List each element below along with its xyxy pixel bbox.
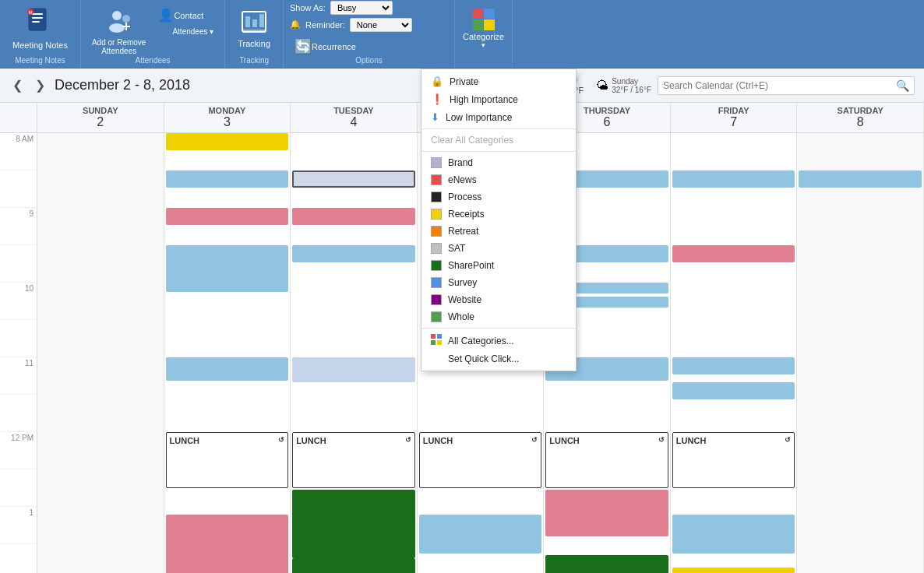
categorize-button[interactable]: Categorize ▾ — [455, 0, 513, 68]
day-col-saturday[interactable] — [797, 133, 924, 573]
event-friday-lunch[interactable]: LUNCH ↺ — [672, 432, 795, 488]
dropdown-website[interactable]: Website — [421, 291, 576, 308]
day-name-friday: FRIDAY — [718, 106, 749, 115]
event-monday-5[interactable] — [166, 357, 289, 381]
dropdown-high-importance[interactable]: ❗ High Importance — [421, 90, 576, 108]
day-col-monday[interactable]: LUNCH ↺ — [164, 133, 291, 573]
event-friday-5[interactable] — [672, 515, 795, 554]
event-tuesday-3[interactable] — [292, 245, 415, 262]
event-wednesday-1[interactable] — [419, 515, 542, 554]
dropdown-sat[interactable]: SAT — [421, 240, 576, 257]
event-friday-1[interactable] — [672, 170, 795, 188]
event-tuesday-6[interactable] — [292, 558, 415, 573]
retreat-color — [431, 226, 442, 237]
svg-rect-13 — [245, 16, 250, 27]
event-monday-2[interactable] — [166, 170, 289, 188]
private-label: Private — [450, 76, 478, 87]
receipts-color — [431, 209, 442, 220]
sharepoint-color — [431, 260, 442, 271]
event-friday-4[interactable] — [672, 382, 795, 399]
brand-label: Brand — [448, 157, 473, 168]
tracking-button[interactable]: Tracking — [231, 5, 277, 51]
event-friday-6[interactable] — [672, 568, 795, 573]
show-as-row: Show As: Busy Free Tentative Out of Offi… — [290, 1, 393, 15]
event-monday-6[interactable] — [166, 515, 289, 573]
event-tuesday-2[interactable] — [292, 208, 415, 225]
event-thursday-7[interactable] — [545, 555, 668, 573]
dropdown-survey[interactable]: Survey — [421, 274, 576, 291]
time-1130 — [0, 395, 37, 432]
add-remove-attendees-button[interactable]: Add or Remove Attendees — [87, 3, 150, 60]
event-monday-4[interactable] — [166, 245, 289, 292]
event-tuesday-lunch[interactable]: LUNCH ↺ — [292, 432, 415, 488]
lock-icon: 🔒 — [431, 76, 443, 87]
show-as-select[interactable]: Busy Free Tentative Out of Office — [330, 1, 393, 15]
brand-color — [431, 157, 442, 168]
all-categories-grid-icon — [431, 334, 442, 347]
sat-label: SAT — [448, 243, 465, 254]
event-tuesday-5[interactable] — [292, 490, 415, 558]
dropdown-brand[interactable]: Brand — [421, 154, 576, 171]
svg-rect-17 — [431, 334, 436, 339]
weather-sunday-temp: 32°F / 16°F — [612, 86, 651, 94]
time-10am: 10 — [0, 283, 37, 320]
all-categories-label: All Categories... — [448, 336, 514, 346]
time-12pm: 12 PM — [0, 432, 37, 469]
event-monday-3[interactable] — [166, 208, 289, 225]
calendar-search-box[interactable]: 🔍 — [658, 76, 915, 95]
search-icon[interactable]: 🔍 — [896, 79, 909, 92]
dropdown-clear-all: Clear All Categories — [421, 132, 576, 149]
day-num-sunday: 2 — [44, 115, 157, 129]
event-monday-lunch[interactable]: LUNCH ↺ — [166, 432, 289, 488]
search-input[interactable] — [663, 80, 896, 91]
day-num-monday: 3 — [171, 115, 284, 129]
dropdown-receipts[interactable]: Receipts — [421, 206, 576, 223]
attendees-group-label: Attendees — [81, 54, 224, 65]
enews-label: eNews — [448, 174, 477, 185]
time-8am: 8 AM — [0, 133, 37, 170]
dropdown-retreat[interactable]: Retreat — [421, 223, 576, 240]
dropdown-all-categories[interactable]: All Categories... — [421, 331, 576, 350]
dropdown-process[interactable]: Process — [421, 188, 576, 206]
contact-attendees-button[interactable]: 👤 Contact — [153, 6, 218, 24]
event-saturday-1[interactable] — [799, 170, 922, 188]
time-header-spacer — [0, 103, 37, 132]
meeting-notes-button[interactable]: N Meeting Notes — [6, 4, 74, 53]
dropdown-whole[interactable]: Whole — [421, 308, 576, 325]
event-wednesday-lunch[interactable]: LUNCH ↺ — [419, 432, 542, 488]
reminder-select[interactable]: None 5 minutes 15 minutes 30 minutes — [350, 18, 412, 32]
day-name-saturday: SATURDAY — [838, 106, 883, 115]
dropdown-low-importance[interactable]: ⬇ Low Importance — [421, 108, 576, 126]
event-thursday-lunch[interactable]: LUNCH ↺ — [545, 432, 668, 488]
event-friday-2[interactable] — [672, 245, 795, 262]
day-col-friday[interactable]: LUNCH ↺ — [671, 133, 798, 573]
recurrence-button[interactable]: 🔄 Recurrence — [290, 37, 361, 57]
ribbon-group-meeting-notes: N Meeting Notes Meeting Notes — [0, 0, 81, 68]
event-tuesday-4[interactable] — [292, 357, 415, 382]
dropdown-sharepoint[interactable]: SharePoint — [421, 257, 576, 274]
svg-rect-3 — [32, 17, 43, 19]
svg-rect-14 — [252, 19, 257, 27]
dropdown-enews[interactable]: eNews — [421, 171, 576, 188]
weather-sunday-box: 🌤 Sunday 32°F / 16°F — [596, 77, 651, 94]
svg-rect-15 — [259, 14, 264, 27]
categorize-dropdown-menu: 🔒 Private ❗ High Importance ⬇ Low Import… — [421, 69, 577, 371]
event-tuesday-1[interactable] — [292, 170, 415, 188]
tracking-label: Tracking — [238, 39, 270, 48]
event-friday-3[interactable] — [672, 357, 795, 374]
event-thursday-6[interactable] — [545, 490, 668, 536]
event-monday-1[interactable] — [166, 133, 289, 150]
prev-week-button[interactable]: ❮ — [9, 76, 26, 94]
dropdown-private[interactable]: 🔒 Private — [421, 72, 576, 90]
time-130 — [0, 544, 37, 573]
day-col-tuesday[interactable]: LUNCH ↺ — [291, 133, 418, 573]
svg-rect-20 — [437, 340, 442, 345]
contact-attendees-sub[interactable]: Attendees ▾ — [153, 26, 218, 37]
dropdown-set-quick-click[interactable]: Set Quick Click... — [421, 350, 576, 367]
day-col-sunday[interactable] — [37, 133, 164, 573]
add-remove-icon — [106, 8, 132, 37]
next-week-button[interactable]: ❯ — [32, 76, 48, 94]
low-importance-icon: ⬇ — [431, 111, 439, 123]
ribbon-group-attendees: Add or Remove Attendees 👤 Contact Attend… — [81, 0, 225, 68]
enews-color — [431, 174, 442, 185]
